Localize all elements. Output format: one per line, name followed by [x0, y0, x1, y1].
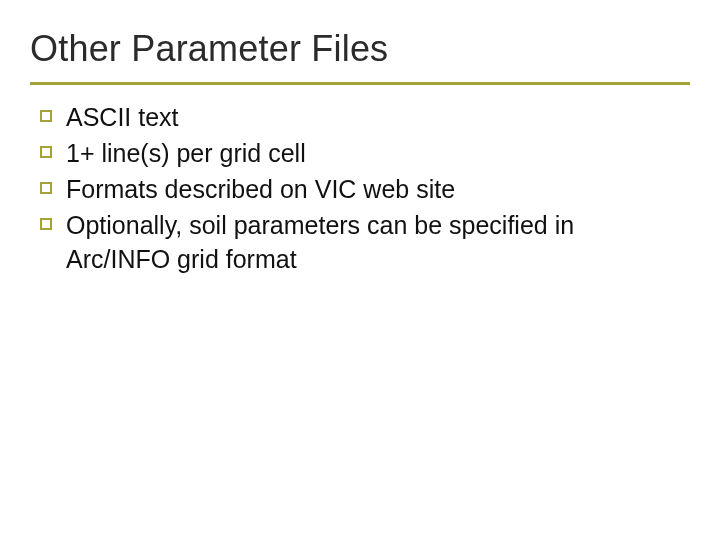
bullet-text: Formats described on VIC web site [66, 172, 455, 206]
list-item: Optionally, soil parameters can be speci… [40, 208, 680, 276]
square-bullet-icon [40, 218, 52, 230]
square-bullet-icon [40, 182, 52, 194]
bullet-text: ASCII text [66, 100, 179, 134]
list-item: ASCII text [40, 100, 680, 134]
slide-title: Other Parameter Files [30, 28, 388, 70]
title-underline [30, 82, 690, 85]
slide-body: ASCII text 1+ line(s) per grid cell Form… [40, 100, 680, 278]
square-bullet-icon [40, 110, 52, 122]
square-bullet-icon [40, 146, 52, 158]
list-item: Formats described on VIC web site [40, 172, 680, 206]
list-item: 1+ line(s) per grid cell [40, 136, 680, 170]
slide: Other Parameter Files ASCII text 1+ line… [0, 0, 720, 540]
bullet-text: 1+ line(s) per grid cell [66, 136, 306, 170]
bullet-text: Optionally, soil parameters can be speci… [66, 208, 680, 276]
